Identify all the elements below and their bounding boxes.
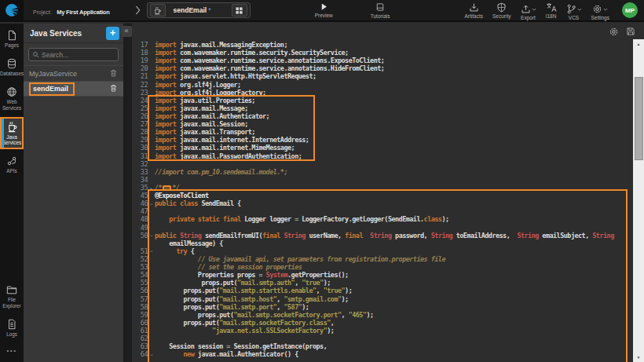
code-line[interactable]: 28import javax.mail.Transport; — [132, 128, 633, 136]
search-input[interactable] — [42, 51, 115, 59]
grid-icon[interactable] — [232, 4, 247, 16]
wavemaker-logo[interactable] — [0, 0, 24, 21]
code-line[interactable]: 22import org.slf4j.Logger; — [132, 81, 633, 89]
code-line[interactable]: 23import org.slf4j.LoggerFactory; — [132, 89, 633, 97]
code-segment: javax.mail.Transport; — [180, 128, 255, 136]
code-line[interactable]: 61 "javax.net.ssl.SSLSocketFactory"); — [132, 327, 633, 335]
line-number: 52 — [132, 255, 148, 263]
preview-button[interactable]: Preview — [315, 2, 333, 18]
code-line[interactable]: 29import javax.mail.internet.InternetAdd… — [132, 136, 633, 144]
fold-marker[interactable]: − — [148, 232, 155, 238]
vertical-scrollbar[interactable]: ▲ ▼ — [633, 39, 644, 362]
scrollbar-thumb[interactable] — [635, 77, 643, 160]
code-line[interactable]: 19import com.wavemaker.runtime.service.a… — [132, 57, 633, 64]
code-segment: final — [262, 232, 284, 240]
code-text: import javax.mail.MessagingException; — [155, 41, 633, 49]
coffee-cup-icon — [6, 121, 18, 133]
code-line[interactable]: 64− new javax.mail.Authenticator() { — [132, 350, 633, 358]
code-segment: emailSubject, — [539, 232, 593, 240]
code-segment: public class — [155, 199, 201, 207]
code-line[interactable]: 20import com.wavemaker.runtime.service.a… — [132, 64, 633, 72]
code-segment: , — [295, 279, 302, 287]
code-segment: import — [155, 64, 180, 72]
topbar-button-artifacts[interactable]: Artifacts — [465, 2, 483, 19]
gear-icon[interactable] — [609, 27, 619, 37]
code-line[interactable]: 52 // Use javamail api, set parameters f… — [132, 255, 633, 263]
project-name[interactable]: My First Application — [57, 9, 109, 16]
fold-marker[interactable]: − — [148, 352, 155, 357]
code-line[interactable]: 54 Properties props = System.getProperti… — [132, 271, 633, 279]
topbar-button-security[interactable]: Security — [492, 2, 510, 19]
service-list-item[interactable]: sendEmail — [24, 81, 123, 97]
line-number: 53 — [132, 263, 148, 271]
code-segment: .getProperties(); — [287, 271, 349, 279]
code-line[interactable]: 50−public String sendEmailfromUI(final S… — [132, 232, 633, 240]
code-line[interactable]: 21import javax.servlet.http.HttpServletR… — [132, 72, 633, 80]
code-line[interactable]: 56 props.put("mail.smtp.starttls.enable"… — [132, 287, 633, 294]
code-line[interactable]: 48 private static final Logger logger = … — [132, 215, 633, 223]
code-line[interactable]: 58 props.put("mail.smtp.port", "587"); — [132, 303, 633, 311]
trash-icon[interactable] — [109, 82, 118, 96]
code-line[interactable]: 60 props.put("mail.smtp.socketFactory.cl… — [132, 319, 633, 327]
sidebar-item-logs[interactable]: Logs — [0, 315, 24, 341]
code-line[interactable]: 25import javax.mail.Message; — [132, 104, 633, 112]
topbar-button-settings[interactable]: Settings — [591, 0, 610, 20]
topbar-button-export[interactable]: Export — [521, 0, 536, 20]
code-segment: import — [155, 128, 180, 136]
code-line[interactable]: 46−public class SendEmail { — [132, 199, 633, 207]
scroll-up-arrow[interactable]: ▲ — [633, 39, 644, 49]
fold-marker[interactable]: ▸ — [148, 185, 155, 191]
code-line[interactable]: emailMessage) { — [132, 240, 633, 247]
code-line[interactable]: 47 — [132, 207, 633, 215]
topbar-button-i18n[interactable]: I18N — [546, 2, 557, 19]
save-icon[interactable] — [626, 27, 635, 36]
sidebar-item-file-explorer[interactable]: File Explorer — [0, 280, 24, 312]
code-line[interactable]: 34 — [132, 176, 633, 184]
code-line[interactable]: 51− try { — [132, 247, 633, 255]
code-line[interactable]: 24import java.util.Properties; — [132, 97, 633, 104]
code-line[interactable]: 18import com.wavemaker.runtime.security.… — [132, 49, 633, 57]
code-line[interactable]: 45@ExposeToClient — [132, 192, 633, 199]
trash-icon[interactable] — [109, 67, 118, 81]
code-segment: SendEmail { — [201, 199, 240, 207]
code-line[interactable]: 33//import com.pm_10.sendemail.model.*; — [132, 168, 633, 176]
sidebar-item-apis[interactable]: APIs — [0, 152, 24, 177]
code-line[interactable]: 53 // set the session properties — [132, 263, 633, 271]
user-avatar[interactable]: MP — [622, 2, 638, 18]
collapse-panel-button[interactable]: « — [121, 26, 132, 37]
code-line[interactable]: 31import javax.mail.PasswordAuthenticati… — [132, 152, 633, 160]
service-list-item[interactable]: MyJavaService — [24, 65, 123, 81]
sidebar-item-databases[interactable]: Databases — [0, 54, 24, 80]
code-line[interactable]: 55 props.put("mail.smtp.auth", "true"); — [132, 279, 633, 287]
code-line[interactable]: 57 props.put("mail.smtp.host", "smtp.gma… — [132, 295, 633, 303]
add-service-button[interactable]: + — [106, 27, 119, 40]
code-line[interactable]: 27import javax.mail.Session; — [132, 120, 633, 128]
tutorials-button[interactable]: Tutorials — [371, 2, 390, 19]
code-area[interactable]: 17import javax.mail.MessagingException;1… — [132, 39, 633, 362]
code-line[interactable]: 30import javax.mail.internet.MimeMessage… — [132, 144, 633, 152]
topbar-button-vcs[interactable]: VCS — [566, 0, 582, 20]
scroll-down-arrow[interactable]: ▼ — [633, 353, 644, 362]
code-line[interactable]: 17import javax.mail.MessagingException; — [132, 41, 633, 49]
code-segment: password, — [392, 232, 431, 240]
code-segment: props.put( — [155, 311, 233, 319]
sidebar-item-java-services[interactable]: Java Services — [0, 117, 24, 149]
topbar-button-label: VCS — [569, 15, 579, 20]
fold-marker[interactable]: − — [148, 248, 155, 254]
code-segment: /* — [155, 184, 162, 192]
code-line[interactable]: 49 — [132, 224, 633, 232]
code-line[interactable]: 32 — [132, 160, 633, 168]
code-line[interactable]: 35▸/**/ — [132, 184, 633, 192]
code-line[interactable]: 63 Session session = Session.getInstance… — [132, 342, 633, 350]
code-line[interactable]: 59 props.put("mail.smtp.socketFactory.po… — [132, 311, 633, 319]
sidebar-item-pages[interactable]: Pages — [0, 26, 24, 52]
code-segment: "mail.smtp.host" — [219, 295, 276, 303]
sidebar-more-button[interactable]: ••• — [0, 341, 24, 362]
tab-sendemail[interactable]: sendEmail * — [147, 2, 251, 18]
code-segment: , — [342, 311, 349, 319]
code-line[interactable]: 26import javax.mail.Authenticator; — [132, 112, 633, 120]
sidebar-item-web-services[interactable]: Web Services — [0, 82, 24, 114]
code-segment: java.util.Properties; — [180, 97, 255, 104]
code-line[interactable]: 62 — [132, 335, 633, 342]
fold-marker[interactable]: − — [148, 201, 155, 207]
